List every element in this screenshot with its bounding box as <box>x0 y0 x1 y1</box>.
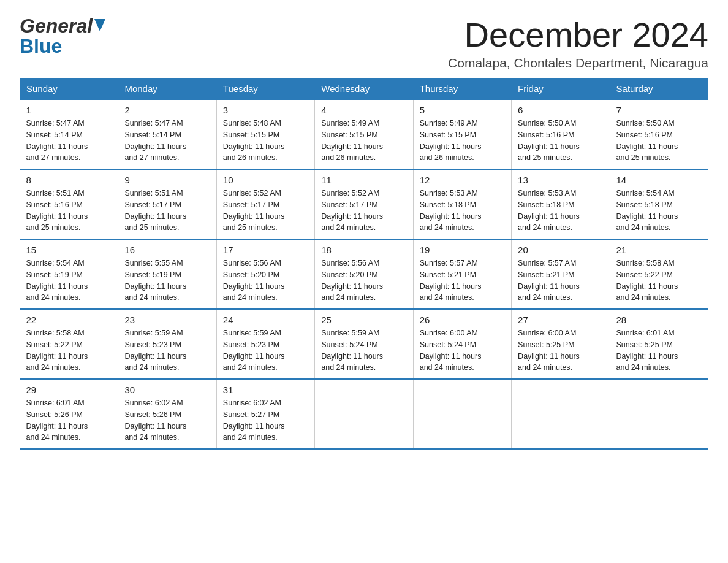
calendar-cell: 1Sunrise: 5:47 AM Sunset: 5:14 PM Daylig… <box>20 99 118 169</box>
day-info: Sunrise: 6:02 AM Sunset: 5:27 PM Dayligh… <box>223 397 308 443</box>
calendar-week-row: 8Sunrise: 5:51 AM Sunset: 5:16 PM Daylig… <box>20 169 708 239</box>
weekday-header-row: SundayMondayTuesdayWednesdayThursdayFrid… <box>20 79 708 100</box>
day-number: 12 <box>420 175 505 185</box>
calendar-cell: 27Sunrise: 6:00 AM Sunset: 5:25 PM Dayli… <box>512 309 610 379</box>
weekday-header-monday: Monday <box>118 79 216 100</box>
weekday-header-sunday: Sunday <box>20 79 118 100</box>
calendar-cell: 14Sunrise: 5:54 AM Sunset: 5:18 PM Dayli… <box>610 169 708 239</box>
page-header: General Blue December 2024 Comalapa, Cho… <box>20 15 708 71</box>
calendar-cell: 30Sunrise: 6:02 AM Sunset: 5:26 PM Dayli… <box>118 379 216 449</box>
day-number: 6 <box>518 105 603 115</box>
weekday-header-friday: Friday <box>512 79 610 100</box>
day-number: 18 <box>321 245 406 255</box>
calendar-cell <box>610 379 708 449</box>
day-number: 19 <box>420 245 505 255</box>
title-section: December 2024 Comalapa, Chontales Depart… <box>448 15 708 71</box>
logo-general-text: General <box>20 15 93 37</box>
day-info: Sunrise: 5:58 AM Sunset: 5:22 PM Dayligh… <box>616 258 702 304</box>
day-info: Sunrise: 5:59 AM Sunset: 5:24 PM Dayligh… <box>321 327 406 373</box>
calendar-cell: 13Sunrise: 5:53 AM Sunset: 5:18 PM Dayli… <box>512 169 610 239</box>
day-number: 17 <box>223 245 308 255</box>
calendar-cell: 10Sunrise: 5:52 AM Sunset: 5:17 PM Dayli… <box>216 169 314 239</box>
calendar-cell: 8Sunrise: 5:51 AM Sunset: 5:16 PM Daylig… <box>20 169 118 239</box>
logo-blue-text: Blue <box>20 35 62 57</box>
day-number: 2 <box>124 105 210 115</box>
weekday-header-wednesday: Wednesday <box>315 79 413 100</box>
day-info: Sunrise: 5:53 AM Sunset: 5:18 PM Dayligh… <box>518 188 603 234</box>
svg-marker-0 <box>94 19 105 31</box>
day-number: 26 <box>420 315 505 325</box>
calendar-cell: 19Sunrise: 5:57 AM Sunset: 5:21 PM Dayli… <box>413 239 511 309</box>
calendar-week-row: 15Sunrise: 5:54 AM Sunset: 5:19 PM Dayli… <box>20 239 708 309</box>
calendar-week-row: 29Sunrise: 6:01 AM Sunset: 5:26 PM Dayli… <box>20 379 708 449</box>
day-number: 3 <box>223 105 308 115</box>
day-info: Sunrise: 5:59 AM Sunset: 5:23 PM Dayligh… <box>124 327 210 373</box>
weekday-header-tuesday: Tuesday <box>216 79 314 100</box>
calendar-cell: 18Sunrise: 5:56 AM Sunset: 5:20 PM Dayli… <box>315 239 413 309</box>
day-info: Sunrise: 5:54 AM Sunset: 5:18 PM Dayligh… <box>616 188 702 234</box>
day-number: 10 <box>223 175 308 185</box>
day-info: Sunrise: 5:52 AM Sunset: 5:17 PM Dayligh… <box>223 188 308 234</box>
day-number: 25 <box>321 315 406 325</box>
calendar-cell: 7Sunrise: 5:50 AM Sunset: 5:16 PM Daylig… <box>610 99 708 169</box>
calendar-cell: 9Sunrise: 5:51 AM Sunset: 5:17 PM Daylig… <box>118 169 216 239</box>
day-info: Sunrise: 5:57 AM Sunset: 5:21 PM Dayligh… <box>518 258 603 304</box>
day-info: Sunrise: 6:00 AM Sunset: 5:25 PM Dayligh… <box>518 327 603 373</box>
calendar-cell: 25Sunrise: 5:59 AM Sunset: 5:24 PM Dayli… <box>315 309 413 379</box>
calendar-cell: 3Sunrise: 5:48 AM Sunset: 5:15 PM Daylig… <box>216 99 314 169</box>
day-info: Sunrise: 5:56 AM Sunset: 5:20 PM Dayligh… <box>321 258 406 304</box>
calendar-cell: 6Sunrise: 5:50 AM Sunset: 5:16 PM Daylig… <box>512 99 610 169</box>
day-info: Sunrise: 5:47 AM Sunset: 5:14 PM Dayligh… <box>124 118 210 164</box>
calendar-cell: 11Sunrise: 5:52 AM Sunset: 5:17 PM Dayli… <box>315 169 413 239</box>
calendar-cell <box>512 379 610 449</box>
calendar-cell: 5Sunrise: 5:49 AM Sunset: 5:15 PM Daylig… <box>413 99 511 169</box>
day-info: Sunrise: 6:02 AM Sunset: 5:26 PM Dayligh… <box>124 397 210 443</box>
day-info: Sunrise: 6:01 AM Sunset: 5:26 PM Dayligh… <box>26 397 112 443</box>
day-number: 4 <box>321 105 406 115</box>
day-info: Sunrise: 5:57 AM Sunset: 5:21 PM Dayligh… <box>420 258 505 304</box>
location-subtitle: Comalapa, Chontales Department, Nicaragu… <box>448 56 708 71</box>
logo-arrow-icon <box>94 19 105 34</box>
calendar-cell <box>315 379 413 449</box>
day-number: 21 <box>616 245 702 255</box>
calendar-cell: 17Sunrise: 5:56 AM Sunset: 5:20 PM Dayli… <box>216 239 314 309</box>
calendar-cell <box>413 379 511 449</box>
calendar-week-row: 22Sunrise: 5:58 AM Sunset: 5:22 PM Dayli… <box>20 309 708 379</box>
day-number: 22 <box>26 315 112 325</box>
calendar-cell: 23Sunrise: 5:59 AM Sunset: 5:23 PM Dayli… <box>118 309 216 379</box>
day-number: 23 <box>124 315 210 325</box>
calendar-week-row: 1Sunrise: 5:47 AM Sunset: 5:14 PM Daylig… <box>20 99 708 169</box>
month-title: December 2024 <box>448 15 708 55</box>
day-info: Sunrise: 5:59 AM Sunset: 5:23 PM Dayligh… <box>223 327 308 373</box>
day-number: 24 <box>223 315 308 325</box>
day-info: Sunrise: 6:01 AM Sunset: 5:25 PM Dayligh… <box>616 327 702 373</box>
calendar-cell: 22Sunrise: 5:58 AM Sunset: 5:22 PM Dayli… <box>20 309 118 379</box>
day-number: 8 <box>26 175 112 185</box>
day-info: Sunrise: 5:58 AM Sunset: 5:22 PM Dayligh… <box>26 327 112 373</box>
day-number: 15 <box>26 245 112 255</box>
day-number: 30 <box>124 385 210 395</box>
day-number: 31 <box>223 385 308 395</box>
calendar-cell: 24Sunrise: 5:59 AM Sunset: 5:23 PM Dayli… <box>216 309 314 379</box>
weekday-header-thursday: Thursday <box>413 79 511 100</box>
calendar-table: SundayMondayTuesdayWednesdayThursdayFrid… <box>20 78 708 450</box>
day-info: Sunrise: 5:51 AM Sunset: 5:17 PM Dayligh… <box>124 188 210 234</box>
day-info: Sunrise: 5:48 AM Sunset: 5:15 PM Dayligh… <box>223 118 308 164</box>
day-number: 16 <box>124 245 210 255</box>
day-info: Sunrise: 5:50 AM Sunset: 5:16 PM Dayligh… <box>616 118 702 164</box>
day-number: 5 <box>420 105 505 115</box>
day-info: Sunrise: 5:49 AM Sunset: 5:15 PM Dayligh… <box>321 118 406 164</box>
calendar-cell: 21Sunrise: 5:58 AM Sunset: 5:22 PM Dayli… <box>610 239 708 309</box>
calendar-cell: 20Sunrise: 5:57 AM Sunset: 5:21 PM Dayli… <box>512 239 610 309</box>
day-number: 9 <box>124 175 210 185</box>
calendar-cell: 28Sunrise: 6:01 AM Sunset: 5:25 PM Dayli… <box>610 309 708 379</box>
logo: General Blue <box>20 15 105 58</box>
day-number: 1 <box>26 105 112 115</box>
day-info: Sunrise: 5:51 AM Sunset: 5:16 PM Dayligh… <box>26 188 112 234</box>
day-number: 27 <box>518 315 603 325</box>
calendar-cell: 4Sunrise: 5:49 AM Sunset: 5:15 PM Daylig… <box>315 99 413 169</box>
day-info: Sunrise: 5:56 AM Sunset: 5:20 PM Dayligh… <box>223 258 308 304</box>
calendar-cell: 31Sunrise: 6:02 AM Sunset: 5:27 PM Dayli… <box>216 379 314 449</box>
calendar-cell: 12Sunrise: 5:53 AM Sunset: 5:18 PM Dayli… <box>413 169 511 239</box>
day-info: Sunrise: 5:50 AM Sunset: 5:16 PM Dayligh… <box>518 118 603 164</box>
